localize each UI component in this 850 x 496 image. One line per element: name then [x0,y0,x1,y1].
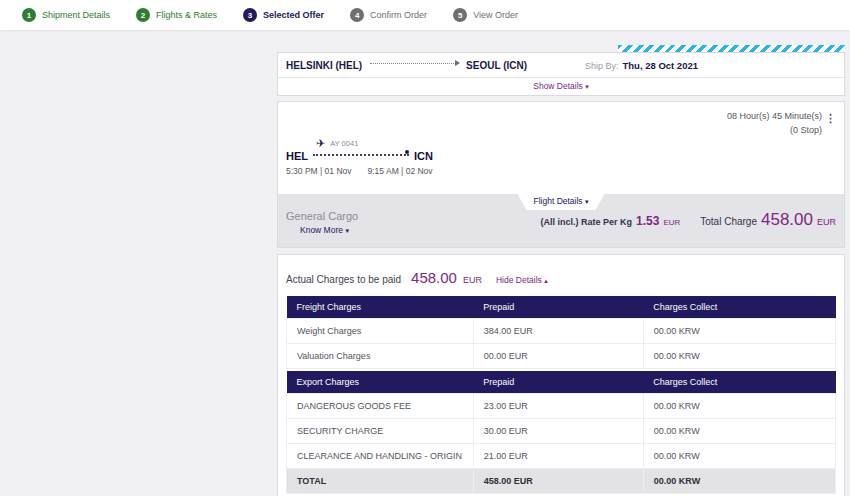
total-charge-currency: EUR [817,217,836,227]
flight-number: AY 0041 [330,139,358,148]
step-number-badge: 5 [453,8,467,22]
actual-charges-currency: EUR [463,275,482,285]
route-row: HELSINKI (HEL) SEOUL (ICN) Ship By: Thu,… [278,53,844,77]
charge-name: SECURITY CHARGE [287,419,474,444]
route-header-card: HELSINKI (HEL) SEOUL (ICN) Ship By: Thu,… [277,52,845,96]
cargo-block: General Cargo Know More ▾ [286,210,358,235]
export-charges-table: Export Charges Prepaid Charges Collect D… [286,371,836,494]
total-collect-amount: 00.00 KRW [643,469,835,494]
ship-by-label: Ship By: [585,61,619,71]
step-number-badge: 4 [350,8,364,22]
total-charge: Total Charge 458.00 EUR [700,210,836,230]
destination-city: SEOUL (ICN) [466,60,527,71]
freight-charges-table: Freight Charges Prepaid Charges Collect … [286,296,836,369]
flight-offer-card: 08 Hour(s) 45 Minute(s) (0 Stop) ⋮ ✈ AY … [277,101,845,248]
decorative-stripes [618,45,845,52]
rate-per-kg: (All incl.) Rate Per Kg 1.53 EUR [541,214,681,228]
leg-row: HEL ICN [286,150,433,162]
total-label: TOTAL [287,469,474,494]
total-row: TOTAL 458.00 EUR 00.00 KRW [287,469,836,494]
prepaid-amount: 21.00 EUR [473,444,643,469]
table-row: DANGEROUS GOODS FEE 23.00 EUR 00.00 KRW [287,394,836,419]
step-number-badge: 1 [22,8,36,22]
route-arrow-icon [370,63,458,64]
know-more-toggle[interactable]: Know More ▾ [300,225,358,235]
stops-text: (0 Stop) [727,124,822,138]
plane-icon: ✈ [316,138,325,149]
step-label: View Order [473,10,518,20]
prepaid-amount: 384.00 EUR [473,319,643,344]
step-label: Flights & Rates [156,10,217,20]
actual-charges-row: Actual Charges to be paid 458.00 EUR Hid… [278,255,844,296]
booking-stepper: 1 Shipment Details 2 Flights & Rates 3 S… [22,8,518,22]
know-more-label: Know More [300,225,343,235]
prepaid-amount: 30.00 EUR [473,419,643,444]
hide-details-label: Hide Details [496,275,542,285]
column-header: Prepaid [473,296,643,319]
main-content: HELSINKI (HEL) SEOUL (ICN) Ship By: Thu,… [277,45,845,496]
table-header-row: Freight Charges Prepaid Charges Collect [287,296,836,319]
step-selected-offer[interactable]: 3 Selected Offer [243,8,324,22]
plane-row: ✈ AY 0041 [316,138,433,149]
table-row: CLEARANCE AND HANDLING - ORIGIN 21.00 EU… [287,444,836,469]
origin-city: HELSINKI (HEL) [286,60,362,71]
step-confirm-order[interactable]: 4 Confirm Order [350,8,427,22]
duration-text: 08 Hour(s) 45 Minute(s) [727,110,822,124]
leg-dotted-line [313,154,409,156]
charge-name: Valuation Charges [287,344,474,369]
chevron-down-icon: ▾ [585,83,589,90]
times-row: 5:30 PM | 01 Nov 9:15 AM | 02 Nov [286,166,433,176]
actual-charges-value: 458.00 [411,269,457,286]
flight-duration: 08 Hour(s) 45 Minute(s) (0 Stop) [727,110,822,137]
total-charge-value: 458.00 [761,210,813,230]
step-number-badge: 3 [243,8,257,22]
column-header: Freight Charges [287,296,474,319]
offer-area: Flight Details ▾ General Cargo Know More… [278,194,844,247]
step-flights-rates[interactable]: 2 Flights & Rates [136,8,217,22]
total-prepaid-amount: 458.00 EUR [473,469,643,494]
ship-by: Ship By: Thu, 28 Oct 2021 [585,60,698,71]
collect-amount: 00.00 KRW [643,419,835,444]
column-header: Charges Collect [643,371,835,394]
charge-name: CLEARANCE AND HANDLING - ORIGIN [287,444,474,469]
stop-dot-icon [405,150,409,154]
flight-details-toggle[interactable]: Flight Details ▾ [517,194,604,210]
rate-label: (All incl.) Rate Per Kg [541,217,633,227]
flight-details-label: Flight Details [533,196,582,206]
rate-value: 1.53 [636,214,659,228]
collect-amount: 00.00 KRW [643,394,835,419]
departure-time: 5:30 PM | 01 Nov [286,166,352,176]
rate-currency: EUR [663,218,680,227]
collect-amount: 00.00 KRW [643,444,835,469]
prepaid-amount: 23.00 EUR [473,394,643,419]
charge-name: DANGEROUS GOODS FEE [287,394,474,419]
step-view-order[interactable]: 5 View Order [453,8,518,22]
total-charge-label: Total Charge [700,216,757,227]
table-row: Weight Charges 384.00 EUR 00.00 KRW [287,319,836,344]
column-header: Export Charges [287,371,474,394]
column-header: Charges Collect [643,296,835,319]
show-details-label: Show Details [533,81,583,91]
hide-details-toggle[interactable]: Hide Details ▴ [496,275,548,285]
column-header: Prepaid [473,371,643,394]
step-shipment-details[interactable]: 1 Shipment Details [22,8,110,22]
kebab-menu-icon[interactable]: ⋮ [825,113,836,124]
charge-name: Weight Charges [287,319,474,344]
table-row: Valuation Charges 00.00 EUR 00.00 KRW [287,344,836,369]
show-details-toggle[interactable]: Show Details ▾ [278,77,844,95]
actual-charges-label: Actual Charges to be paid [286,274,401,285]
flight-segment-area: 08 Hour(s) 45 Minute(s) (0 Stop) ⋮ ✈ AY … [278,102,844,194]
flight-graphic: ✈ AY 0041 HEL ICN 5:30 PM | 01 Nov 9:15 … [286,138,433,176]
origin-airport-code: HEL [286,150,308,162]
arrival-time: 9:15 AM | 02 Nov [368,166,433,176]
table-header-row: Export Charges Prepaid Charges Collect [287,371,836,394]
step-label: Shipment Details [42,10,110,20]
collect-amount: 00.00 KRW [643,344,835,369]
charges-card: Actual Charges to be paid 458.00 EUR Hid… [277,254,845,496]
chevron-down-icon: ▾ [345,227,349,234]
top-bar: 1 Shipment Details 2 Flights & Rates 3 S… [0,0,850,30]
ship-by-date: Thu, 28 Oct 2021 [622,60,698,71]
rate-group: (All incl.) Rate Per Kg 1.53 EUR Total C… [541,210,837,230]
chevron-up-icon: ▴ [544,277,548,284]
chevron-down-icon: ▾ [585,198,589,205]
